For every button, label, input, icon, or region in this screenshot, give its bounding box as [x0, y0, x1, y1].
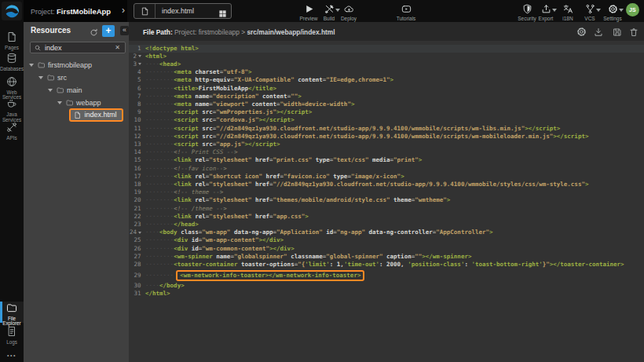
code-line-17[interactable]: 17········<link rel="shortcut icon" href…	[129, 173, 644, 181]
tree-item-src[interactable]: src	[24, 71, 129, 84]
line-number: 15	[129, 156, 145, 164]
deploy-button[interactable]: Deploy	[331, 2, 366, 21]
code-line-23[interactable]: 23········</head>	[129, 221, 644, 229]
code-line-11[interactable]: 11········<script src="//d2n849qz1ya930.…	[129, 125, 644, 133]
globe-icon	[6, 76, 17, 90]
delete-icon[interactable]	[629, 26, 639, 40]
code-line-19[interactable]: 19········<!-- theme -->	[129, 188, 644, 196]
sidebar-item-databases[interactable]: Databases	[0, 53, 24, 72]
code-line-26[interactable]: 26········<div id="wm-common-content"></…	[129, 245, 644, 253]
code-line-1[interactable]: 1<!doctype html>	[129, 45, 644, 53]
download-icon[interactable]	[594, 26, 603, 40]
folder-icon	[47, 74, 55, 82]
sidebar-item-java-services[interactable]: JavaServices	[0, 98, 24, 122]
code-editor[interactable]: 1<!doctype html>2<html>3····<head>4·····…	[129, 41, 644, 362]
code-line-10[interactable]: 10········<script src="cordova.js"></scr…	[129, 116, 644, 124]
code-line-2[interactable]: 2<html>	[129, 53, 644, 60]
sidebar-item-logs[interactable]: Logs	[0, 326, 24, 346]
line-number: 21	[129, 205, 145, 213]
wavemaker-logo[interactable]	[2, 2, 22, 20]
refresh-icon[interactable]	[90, 26, 98, 40]
code-line-14[interactable]: 14········<!-- Print CSS -->	[129, 148, 644, 156]
resources-title: Resources	[31, 26, 71, 35]
sidebar-more-button[interactable]: •••	[0, 353, 24, 358]
code-line-31[interactable]: 31</html>	[129, 290, 644, 298]
line-number: 10	[129, 116, 145, 124]
line-number: 29	[129, 272, 145, 280]
code-line-21[interactable]: 21········<!-- /theme -->	[129, 205, 644, 213]
search-box[interactable]: index ✕	[30, 42, 126, 54]
line-number: 19	[129, 188, 145, 196]
line-number: 6	[129, 85, 145, 93]
fold-caret-icon[interactable]	[138, 55, 141, 57]
tree-item-webapp[interactable]: webapp	[24, 97, 129, 109]
caret-down-icon[interactable]	[57, 101, 62, 104]
resources-panel: Resources + « index ✕ firstmobileapp src…	[24, 22, 129, 362]
file-path-text: File Path: Project: firstmobileapp > src…	[143, 28, 335, 36]
file-path-label: File Path:	[143, 28, 173, 36]
code-line-7[interactable]: 7········<meta name="description" conten…	[129, 93, 644, 101]
caret-down-icon[interactable]	[38, 76, 43, 79]
code-line-13[interactable]: 13········<script src="app.js"></script>	[129, 141, 644, 148]
line-number: 16	[129, 165, 145, 173]
avatar[interactable]: JS	[626, 3, 639, 16]
file-path-bar: File Path: Project: firstmobileapp > src…	[129, 22, 644, 41]
selected-file-highlight[interactable]: index.html	[69, 108, 123, 122]
code-line-5[interactable]: 5········<meta http-equiv="X-UA-Compatib…	[129, 76, 644, 84]
code-line-30[interactable]: 30····</body>	[129, 282, 644, 290]
sidebar-item-apis[interactable]: APIs	[0, 122, 24, 141]
code-line-20[interactable]: 20········<link rel="stylesheet" href="t…	[129, 196, 644, 204]
left-sidebar: Pages Databases WebServices JavaServices…	[0, 22, 24, 362]
code-line-9[interactable]: 9········<script src="wmProperties.js"><…	[129, 108, 644, 116]
line-number: 26	[129, 245, 145, 253]
code-line-18[interactable]: 18········<link rel="stylesheet" href="/…	[129, 181, 644, 188]
caret-down-icon[interactable]	[48, 89, 53, 92]
folder-icon	[57, 86, 64, 94]
line-number: 22	[129, 213, 145, 221]
chevron-right-icon[interactable]: ›	[122, 5, 125, 16]
sidebar-item-pages[interactable]: Pages	[0, 31, 24, 51]
code-line-15[interactable]: 15········<link rel="stylesheet" href="p…	[129, 156, 644, 164]
line-number: 2	[129, 53, 145, 60]
fold-caret-icon[interactable]	[138, 232, 141, 234]
code-line-27[interactable]: 27········<wm-spinner name="globalspinne…	[129, 253, 644, 261]
code-line-8[interactable]: 8········<meta name="viewport" content="…	[129, 101, 644, 108]
code-line-4[interactable]: 4········<meta charset="utf-8">	[129, 68, 644, 76]
code-line-29[interactable]: 29········<wm-network-info-toaster></wm-…	[129, 269, 644, 282]
tree-item-index.html[interactable]: index.html	[24, 109, 129, 122]
grid-icon[interactable]	[218, 7, 227, 21]
code-line-16[interactable]: 16········<!--fav icon-->	[129, 165, 644, 173]
code-line-3[interactable]: 3····<head>	[129, 60, 644, 68]
code-line-28[interactable]: 28········<toaster-container toaster-opt…	[129, 261, 644, 269]
line-number: 31	[129, 290, 145, 298]
code-line-12[interactable]: 12········<script src="//d2n849qz1ya930.…	[129, 133, 644, 141]
clear-search-icon[interactable]: ✕	[115, 44, 120, 51]
code-line-25[interactable]: 25········<div id="wm-app-content"></div…	[129, 236, 644, 244]
line-number: 30	[129, 282, 145, 290]
settings-button[interactable]: Settings	[595, 2, 630, 21]
fold-caret-icon[interactable]	[138, 63, 141, 65]
code-line-24[interactable]: 24····<body class="wm-app" data-ng-app="…	[129, 229, 644, 236]
line-number: 7	[129, 93, 145, 101]
tutorials-button[interactable]: Tutorials	[389, 2, 423, 21]
code-line-22[interactable]: 22········<link rel="stylesheet" href="a…	[129, 213, 644, 221]
line-number: 9	[129, 108, 145, 116]
sidebar-item-file-explorer[interactable]: FileExplorer	[0, 302, 24, 327]
tab-index-html[interactable]: index.html	[134, 3, 232, 19]
add-resource-button[interactable]: +	[102, 25, 115, 38]
line-number: 1	[129, 45, 145, 53]
pages-icon	[6, 31, 17, 45]
collapse-panel-button[interactable]: «	[120, 26, 129, 35]
tree-item-main[interactable]: main	[24, 84, 129, 97]
top-bar: Project: FirstMobileApp › index.html Pre…	[0, 0, 644, 22]
tree-item-firstmobileapp[interactable]: firstmobileapp	[24, 59, 129, 71]
line-number: 20	[129, 196, 145, 204]
sidebar-item-web-services[interactable]: WebServices	[0, 76, 24, 101]
code-line-6[interactable]: 6········<title>FirstMobileApp</title>	[129, 85, 644, 93]
search-input[interactable]: index	[45, 44, 62, 52]
file-settings-icon[interactable]	[576, 26, 587, 40]
folder-icon	[6, 302, 17, 316]
save-icon[interactable]	[613, 26, 622, 40]
project-label: Project:	[31, 8, 55, 16]
caret-down-icon[interactable]	[29, 64, 34, 67]
